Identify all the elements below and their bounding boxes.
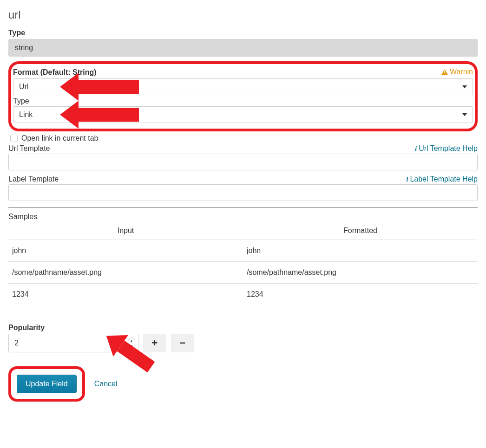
plus-icon: + <box>152 337 158 349</box>
annotation-highlight-format: Format (Default: String) Warnin Url Type… <box>8 61 478 131</box>
info-icon <box>415 144 417 153</box>
open-link-label: Open link in current tab <box>21 134 98 143</box>
sample-input: 1234 <box>8 284 243 305</box>
format-select[interactable]: Url <box>13 78 473 95</box>
cancel-link[interactable]: Cancel <box>94 380 118 388</box>
type-label: Type <box>8 29 478 37</box>
label-template-help-link[interactable]: Label Template Help <box>407 175 478 183</box>
sample-formatted: john <box>243 240 478 262</box>
annotation-highlight-update: Update Field <box>8 366 85 402</box>
table-row: 1234 1234 <box>8 284 478 305</box>
table-row: john john <box>8 240 478 262</box>
type-select[interactable]: Link <box>13 106 473 123</box>
annotation-arrow <box>99 325 159 378</box>
type-value-box: string <box>8 39 478 57</box>
sample-input: john <box>8 240 243 262</box>
samples-col-input: Input <box>8 222 243 240</box>
url-template-label: Url Template <box>8 144 50 153</box>
popularity-label: Popularity <box>8 324 478 332</box>
sample-input: /some/pathname/asset.png <box>8 262 243 284</box>
annotation-arrow <box>60 73 139 101</box>
samples-label: Samples <box>8 213 478 221</box>
page-title: url <box>8 8 478 21</box>
label-template-help-text: Label Template Help <box>410 175 478 183</box>
update-field-button[interactable]: Update Field <box>17 375 77 393</box>
chevron-down-icon <box>462 113 467 116</box>
format-warning: Warnin <box>441 68 473 76</box>
table-row: /some/pathname/asset.png /some/pathname/… <box>8 262 478 284</box>
label-template-label: Label Template <box>8 175 59 183</box>
popularity-decrease-button[interactable]: − <box>171 334 194 352</box>
url-template-input[interactable] <box>8 154 478 170</box>
minus-icon: − <box>180 337 186 349</box>
url-template-help-link[interactable]: Url Template Help <box>415 144 478 153</box>
warning-text: Warnin <box>450 68 473 76</box>
label-template-input[interactable] <box>8 184 478 201</box>
type-select-value: Link <box>19 110 33 119</box>
action-row: Update Field Cancel <box>8 366 478 402</box>
divider <box>8 208 478 208</box>
format-select-value: Url <box>19 83 28 91</box>
popularity-value: 2 <box>14 339 19 347</box>
sample-formatted: /some/pathname/asset.png <box>243 262 478 284</box>
samples-table: Input Formatted john john /some/pathname… <box>8 222 478 305</box>
annotation-arrow <box>60 101 139 129</box>
open-link-row: Open link in current tab <box>8 134 478 143</box>
chevron-down-icon <box>462 85 467 88</box>
samples-col-formatted: Formatted <box>243 222 478 240</box>
open-link-checkbox[interactable] <box>10 135 18 142</box>
info-icon <box>407 175 408 183</box>
warning-icon <box>441 69 448 75</box>
url-template-help-text: Url Template Help <box>419 144 478 153</box>
sample-formatted: 1234 <box>243 284 478 305</box>
